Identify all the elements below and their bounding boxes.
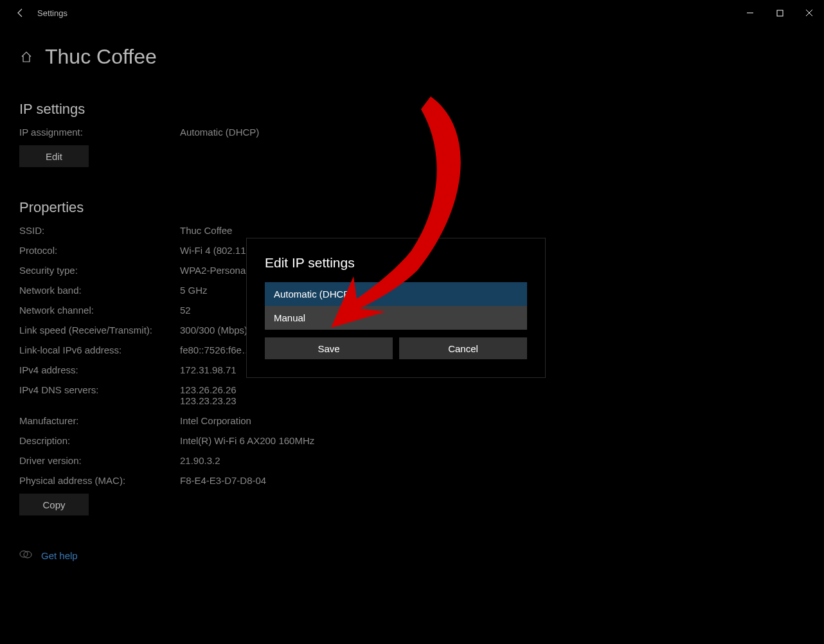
help-icon	[19, 548, 32, 563]
property-label: Link-local IPv6 address:	[19, 344, 180, 355]
property-label: Manufacturer:	[19, 415, 180, 426]
ip-assignment-row: IP assignment: Automatic (DHCP)	[19, 127, 805, 138]
property-value: WPA2-Personal	[180, 265, 248, 276]
property-row: Manufacturer:Intel Corporation	[19, 415, 805, 426]
edit-button[interactable]: Edit	[19, 145, 89, 167]
property-label: IPv4 DNS servers:	[19, 384, 180, 406]
close-button[interactable]	[794, 0, 824, 26]
property-value: Intel Corporation	[180, 415, 251, 426]
property-row: Physical address (MAC):F8-E4-E3-D7-D8-04	[19, 475, 805, 486]
cancel-button[interactable]: Cancel	[399, 337, 527, 359]
page-header: Thuc Coffee	[19, 45, 805, 69]
property-value: 5 GHz	[180, 285, 208, 296]
property-value: 172.31.98.71	[180, 364, 237, 375]
property-row: SSID:Thuc Coffee	[19, 225, 805, 236]
property-value: fe80::7526:f6e…	[180, 344, 251, 355]
property-value: Wi-Fi 4 (802.11n)	[180, 245, 255, 256]
home-button[interactable]	[19, 50, 33, 64]
property-value: 300/300 (Mbps)	[180, 325, 247, 335]
ip-assignment-value: Automatic (DHCP)	[180, 127, 259, 138]
property-value: 52	[180, 305, 191, 316]
property-label: Description:	[19, 435, 180, 446]
dropdown-option-automatic[interactable]: Automatic (DHCP)	[265, 282, 527, 306]
back-button[interactable]	[6, 8, 35, 18]
property-value: Thuc Coffee	[180, 225, 232, 236]
window-controls	[735, 0, 824, 26]
dropdown-option-manual[interactable]: Manual	[265, 306, 527, 330]
dialog-buttons: Save Cancel	[265, 337, 527, 359]
property-value: 123.26.26.26 123.23.23.23	[180, 384, 237, 406]
arrow-left-icon	[15, 8, 26, 18]
maximize-button[interactable]	[765, 0, 794, 26]
help-section: Get help	[19, 548, 805, 563]
window-title: Settings	[37, 8, 67, 18]
property-label: Security type:	[19, 265, 180, 276]
property-label: Protocol:	[19, 245, 180, 256]
page-title: Thuc Coffee	[45, 45, 157, 69]
get-help-link[interactable]: Get help	[41, 550, 78, 561]
property-label: Physical address (MAC):	[19, 475, 180, 486]
property-label: Network channel:	[19, 305, 180, 316]
ip-settings-heading: IP settings	[19, 101, 805, 118]
home-icon	[20, 51, 33, 64]
property-value: F8-E4-E3-D7-D8-04	[180, 475, 266, 486]
property-row: Description:Intel(R) Wi-Fi 6 AX200 160MH…	[19, 435, 805, 446]
save-button[interactable]: Save	[265, 337, 393, 359]
edit-ip-settings-dialog: Edit IP settings Automatic (DHCP) Manual…	[246, 238, 546, 378]
property-value: 21.90.3.2	[180, 455, 220, 466]
minimize-button[interactable]	[735, 0, 765, 26]
minimize-icon	[746, 9, 754, 17]
property-label: Link speed (Receive/Transmit):	[19, 325, 180, 335]
svg-rect-1	[777, 10, 783, 16]
property-label: SSID:	[19, 225, 180, 236]
close-icon	[805, 9, 813, 17]
titlebar: Settings	[0, 0, 824, 26]
property-label: Network band:	[19, 285, 180, 296]
ip-assignment-label: IP assignment:	[19, 127, 180, 138]
property-label: IPv4 address:	[19, 364, 180, 375]
ip-settings-dropdown[interactable]: Automatic (DHCP) Manual	[265, 282, 527, 330]
properties-heading: Properties	[19, 199, 805, 216]
dialog-title: Edit IP settings	[265, 255, 527, 271]
property-row: IPv4 DNS servers:123.26.26.26 123.23.23.…	[19, 384, 805, 406]
copy-button[interactable]: Copy	[19, 494, 89, 515]
property-label: Driver version:	[19, 455, 180, 466]
property-row: Driver version:21.90.3.2	[19, 455, 805, 466]
property-value: Intel(R) Wi-Fi 6 AX200 160MHz	[180, 435, 314, 446]
maximize-icon	[776, 10, 784, 17]
